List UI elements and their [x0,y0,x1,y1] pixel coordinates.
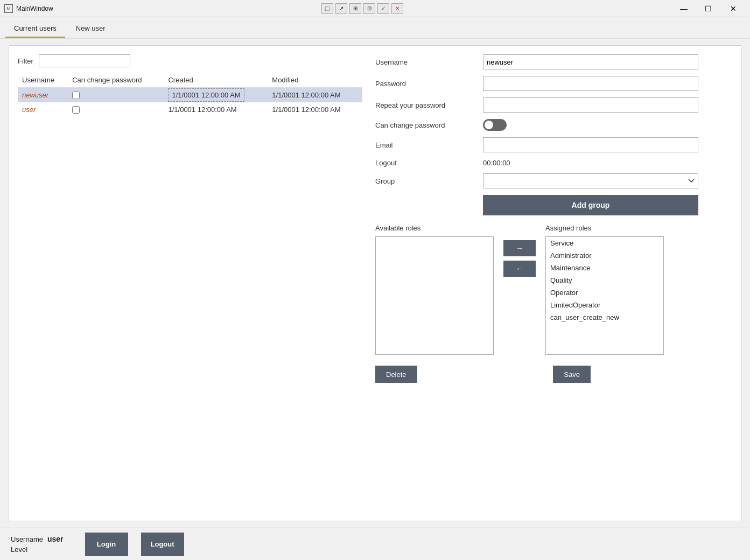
repeat-password-field[interactable] [483,97,698,113]
assign-role-button[interactable]: → [503,240,536,256]
bottom-info: Username user Level [11,535,64,554]
titlebar-left: M MainWindow [4,4,53,13]
tool-6[interactable]: ✕ [391,3,403,14]
checkbox-can-change-newuser[interactable] [72,92,80,99]
close-button[interactable]: ✕ [721,0,746,17]
password-label: Password [375,80,483,88]
assigned-role-limitedoperator[interactable]: LimitedOperator [546,299,663,311]
available-roles-label: Available roles [375,224,494,232]
tab-new-user[interactable]: New user [67,20,114,38]
available-roles-list[interactable] [375,236,494,355]
delete-button[interactable]: Delete [375,366,417,383]
assigned-role-maintenance[interactable]: Maintenance [546,262,663,274]
cell-username: user [18,102,68,117]
cell-modified: 1/1/0001 12:00:00 AM [268,102,362,117]
right-panel: Username Password Repeat your password C… [362,54,732,512]
assigned-roles-label: Assigned roles [545,224,664,232]
cell-modified: 1/1/0001 12:00:00 AM [268,88,362,103]
form-row-username: Username [375,54,732,69]
roles-section: Available roles → ← Assigned roles Servi… [375,224,732,355]
form-row-email: Email [375,137,732,152]
main-content: Filter Username Can change password Crea… [0,39,750,528]
email-field[interactable] [483,137,698,152]
titlebar-tools: ⬚ ↗ ⊞ ⊡ ✓ ✕ [321,3,403,14]
form-row-password: Password [375,76,732,91]
titlebar: M MainWindow ⬚ ↗ ⊞ ⊡ ✓ ✕ — ☐ ✕ [0,0,750,17]
tab-bar: Current users New user [0,17,750,39]
table-header: Username Can change password Created Mod… [18,73,362,88]
email-label: Email [375,141,483,149]
group-select[interactable] [483,173,698,188]
assigned-role-quality[interactable]: Quality [546,274,663,286]
logout-label: Logout [375,159,483,167]
action-buttons: Delete Save [375,366,591,383]
available-roles-panel: Available roles [375,224,494,355]
tool-1[interactable]: ⬚ [321,3,333,14]
main-card: Filter Username Can change password Crea… [9,45,741,521]
app-icon: M [4,4,13,13]
login-button[interactable]: Login [85,533,128,556]
cell-created: 1/1/0001 12:00:00 AM [164,88,268,103]
add-group-button[interactable]: Add group [483,195,698,215]
assigned-roles-panel: Assigned roles Service Administrator Mai… [545,224,664,355]
can-change-password-label: Can change password [375,121,483,129]
unassign-role-button[interactable]: ← [503,261,536,277]
cell-created: 1/1/0001 12:00:00 AM [164,102,268,117]
assigned-role-administrator[interactable]: Administrator [546,249,663,262]
assigned-roles-list[interactable]: Service Administrator Maintenance Qualit… [545,236,664,355]
tool-3[interactable]: ⊞ [349,3,361,14]
assigned-role-can-user-create-new[interactable]: can_user_create_new [546,311,663,324]
table-row[interactable]: newuser 1/1/0001 12:00:00 AM 1/1/0001 12… [18,88,362,103]
group-label: Group [375,177,483,185]
form-row-logout: Logout 00:00:00 [375,159,732,167]
logout-button[interactable]: Logout [141,533,184,556]
assigned-role-operator[interactable]: Operator [546,286,663,299]
table-row[interactable]: user 1/1/0001 12:00:00 AM 1/1/0001 12:00… [18,102,362,117]
user-table: Username Can change password Created Mod… [18,73,362,117]
titlebar-title: MainWindow [16,5,53,12]
form-row-add-group: Add group [375,195,732,215]
col-created: Created [164,73,268,88]
left-panel: Filter Username Can change password Crea… [18,54,362,512]
save-button[interactable]: Save [553,366,591,383]
col-modified: Modified [268,73,362,88]
table-body: newuser 1/1/0001 12:00:00 AM 1/1/0001 12… [18,88,362,117]
username-field[interactable] [483,54,698,69]
password-field[interactable] [483,76,698,91]
tool-2[interactable]: ↗ [335,3,347,14]
form-row-group: Group [375,173,732,188]
maximize-button[interactable]: ☐ [696,0,721,17]
bottom-username-label: Username [11,535,43,543]
tool-4[interactable]: ⊡ [363,3,375,14]
tool-5[interactable]: ✓ [377,3,389,14]
bottom-username-value: user [47,535,64,543]
bottom-level-label: Level [11,545,27,554]
cell-can-change-password[interactable] [68,102,164,117]
form-row-repeat-password: Repeat your password [375,97,732,113]
roles-arrows: → ← [498,224,541,277]
filter-input[interactable] [39,54,130,67]
logout-time-value: 00:00:00 [483,159,510,167]
col-can-change-password: Can change password [68,73,164,88]
minimize-button[interactable]: — [671,0,696,17]
assigned-role-service[interactable]: Service [546,237,663,249]
col-username: Username [18,73,68,88]
cell-can-change-password[interactable] [68,88,164,103]
cell-username: newuser [18,88,68,103]
repeat-password-label: Repeat your password [375,101,483,109]
created-date-newuser: 1/1/0001 12:00:00 AM [168,88,244,102]
tab-current-users[interactable]: Current users [5,20,65,38]
bottom-username-row: Username user [11,535,64,543]
can-change-password-toggle[interactable] [483,119,507,131]
form-row-can-change-password: Can change password [375,119,732,131]
bottom-level-row: Level [11,545,64,554]
checkbox-can-change-user[interactable] [72,106,80,114]
filter-label: Filter [18,57,33,65]
bottom-bar: Username user Level Login Logout [0,528,750,560]
filter-row: Filter [18,54,362,67]
titlebar-buttons: — ☐ ✕ [671,0,746,17]
username-label: Username [375,58,483,66]
